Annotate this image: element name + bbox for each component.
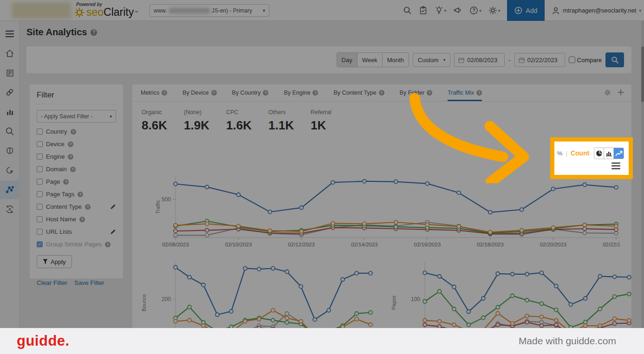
toggle-divider: | [566, 150, 567, 157]
pie-chart-icon [596, 150, 603, 157]
guidde-logo: guidde. [17, 333, 70, 349]
guidde-footer: guidde. Made with guidde.com [0, 328, 644, 354]
highlighted-chart-controls: % | Count [550, 137, 633, 179]
percent-toggle[interactable]: % [557, 150, 563, 157]
callout-arrow [397, 93, 536, 183]
pie-chart-button[interactable] [594, 148, 604, 159]
dim-overlay [0, 0, 644, 328]
chart-type-switcher [594, 148, 624, 159]
made-with-label: Made with guidde.com [519, 335, 616, 347]
count-toggle[interactable]: Count [571, 149, 589, 157]
line-chart-icon [615, 150, 623, 156]
app-window: Powered by seoClarity™ www. JS-en) - Pri… [0, 0, 644, 354]
line-chart-button[interactable] [614, 148, 624, 159]
bar-chart-icon [605, 150, 612, 156]
chart-context-menu-button[interactable] [611, 162, 620, 169]
bar-chart-button[interactable] [604, 148, 614, 159]
